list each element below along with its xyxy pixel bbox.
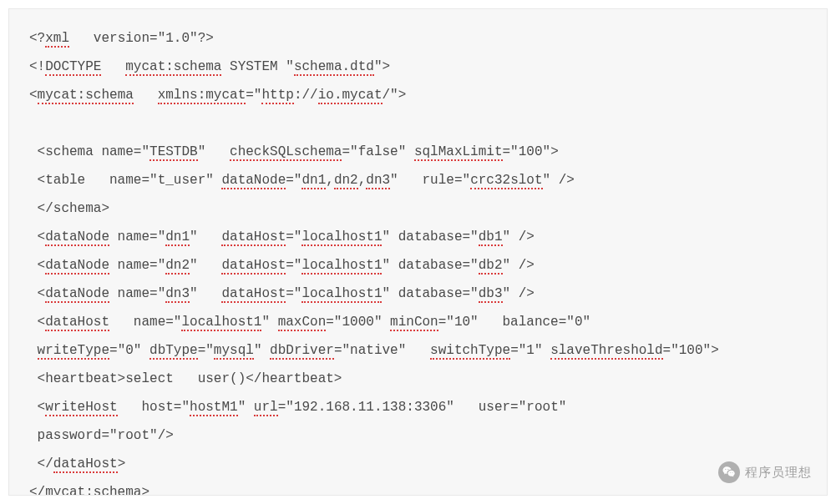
code-line: password="root"/> — [29, 421, 807, 450]
code-line — [29, 109, 807, 138]
code-line: <writeHost host="hostM1" url="192.168.11… — [29, 393, 807, 421]
code-line: <!DOCTYPE mycat:schema SYSTEM "schema.dt… — [29, 53, 807, 81]
code-line: </mycat:schema> — [29, 478, 807, 496]
code-line: <dataHost name="localhost1" maxCon="1000… — [29, 308, 807, 336]
code-line: <?xml version="1.0"?> — [29, 24, 807, 53]
code-line: <heartbeat>select user()</heartbeat> — [29, 365, 807, 393]
code-line: </dataHost> — [29, 450, 807, 478]
code-line: <dataNode name="dn1" dataHost="localhost… — [29, 223, 807, 251]
code-line: <schema name="TESTDB" checkSQLschema="fa… — [29, 138, 807, 166]
code-line: </schema> — [29, 194, 807, 223]
code-block: <?xml version="1.0"?><!DOCTYPE mycat:sch… — [8, 8, 828, 496]
code-line: <dataNode name="dn3" dataHost="localhost… — [29, 280, 807, 308]
watermark: 程序员理想 — [718, 461, 812, 483]
code-line: <table name="t_user" dataNode="dn1,dn2,d… — [29, 166, 807, 194]
code-content: <?xml version="1.0"?><!DOCTYPE mycat:sch… — [29, 24, 807, 496]
code-line: writeType="0" dbType="mysql" dbDriver="n… — [29, 336, 807, 365]
watermark-text: 程序员理想 — [745, 465, 812, 481]
code-line: <mycat:schema xmlns:mycat="http://io.myc… — [29, 81, 807, 109]
wechat-icon — [718, 461, 740, 483]
code-line: <dataNode name="dn2" dataHost="localhost… — [29, 251, 807, 280]
